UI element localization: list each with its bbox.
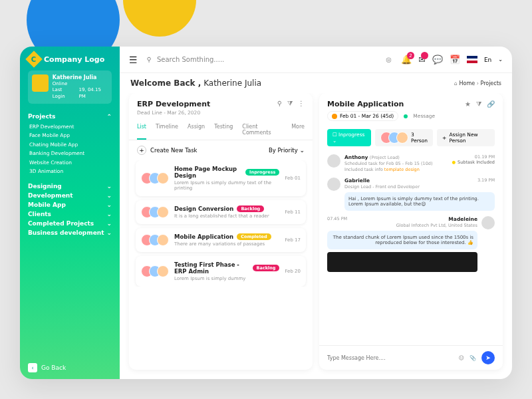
topbar: ☰ ⚲ Search Somthing..... ◎ 🔔2 ✉ 💬 📅 En ⌄ — [120, 47, 512, 73]
sort-select[interactable]: By Priority ⌄ — [269, 147, 305, 154]
send-button[interactable]: ➤ — [481, 351, 495, 364]
tab-more[interactable]: More — [291, 120, 305, 140]
message-bubble: The standard chunk of Lorem Ipsum used s… — [327, 231, 477, 249]
erp-panel: ERP Development Dead Line - Mar 26, 2020… — [129, 93, 313, 370]
tab-client comments[interactable]: Client Comments — [242, 120, 282, 140]
chevron-down-icon: ⌄ — [106, 229, 112, 236]
chevron-down-icon: ⌄ — [106, 211, 112, 217]
last-login-time: 19, 04.15 PM — [79, 87, 108, 99]
notification-icon[interactable]: 🔔2 — [401, 55, 412, 65]
tab-testing[interactable]: Testing — [214, 120, 233, 140]
main: ☰ ⚲ Search Somthing..... ◎ 🔔2 ✉ 💬 📅 En ⌄… — [120, 47, 512, 379]
task-card[interactable]: Design Conversion Backlog It is a long e… — [136, 200, 306, 224]
header: Welcome Back , Katherine Julia ⌂ Home › … — [120, 73, 512, 93]
task-card[interactable]: Home Page Mockup Design Inprogress Lorem… — [136, 160, 306, 196]
calendar-icon[interactable]: 📅 — [450, 55, 460, 65]
tab-timeline[interactable]: Timeline — [156, 120, 178, 140]
status-pill: Backlog — [237, 205, 264, 212]
avatar — [327, 178, 340, 191]
attach-icon[interactable]: 📎 — [469, 355, 476, 361]
star-icon[interactable]: ★ — [465, 100, 471, 108]
search-icon: ⚲ — [147, 56, 152, 63]
nav-projects-label: Projects — [28, 113, 55, 120]
search-bar[interactable]: ⚲ Search Somthing..... ◎ — [147, 56, 392, 63]
task-date: Feb 17 — [285, 237, 301, 243]
tab-list[interactable]: List — [137, 120, 146, 140]
task-date: Feb 20 — [285, 269, 301, 274]
chevron-down-icon: ⌄ — [299, 147, 305, 154]
sidebar-item[interactable]: Banking Development — [29, 149, 112, 158]
flag-icon[interactable] — [467, 56, 477, 63]
nav-section[interactable]: Mobile App⌄ — [28, 201, 112, 208]
plus-icon: + — [137, 146, 146, 155]
nav-section[interactable]: Clients⌄ — [28, 211, 112, 217]
nav-projects[interactable]: Projects ⌃ — [28, 113, 112, 120]
create-task-button[interactable]: + Create New Task — [137, 146, 198, 155]
go-back-label: Go Back — [41, 364, 66, 371]
task-card[interactable]: Testing First Phase - ERP Admin Backlog … — [136, 256, 306, 287]
assign-person-button[interactable]: + Assign New Person — [437, 129, 495, 146]
mail-icon[interactable]: ✉ — [418, 55, 426, 65]
message-attachment[interactable] — [327, 252, 477, 272]
chevron-down-icon[interactable]: ⌄ — [498, 57, 503, 63]
search-icon[interactable]: ⚲ — [277, 100, 282, 108]
nav-project-items: ERP DevelopmentFace Mobile AppChating Mo… — [29, 122, 112, 176]
chat-message: Madeleine Global Infotech Pvt Ltd, Unite… — [327, 216, 495, 272]
sidebar: C Company Logo Katherine Julia Online La… — [20, 47, 120, 379]
nav-section[interactable]: Development⌄ — [28, 192, 112, 199]
chat-message: Anthony (Project Lead) Scheduled task fo… — [327, 154, 495, 172]
chevron-down-icon: ⌄ — [106, 201, 112, 208]
message-label: Message — [413, 113, 435, 119]
breadcrumb[interactable]: ⌂ Home › Projects — [454, 80, 501, 86]
emoji-icon[interactable]: ☺ — [459, 355, 464, 361]
message-input[interactable] — [327, 355, 454, 361]
status-select[interactable]: ☐ Inprogress ⌄ — [327, 129, 371, 146]
go-back-button[interactable]: ‹ Go Back — [28, 363, 112, 372]
chevron-down-icon: ⌄ — [106, 192, 112, 199]
status-pill: Backlog — [253, 265, 280, 271]
more-icon[interactable]: ⋮ — [298, 100, 305, 108]
task-list: Home Page Mockup Design Inprogress Lorem… — [129, 160, 313, 287]
target-icon[interactable]: ◎ — [386, 56, 392, 63]
last-login-label: Last Login — [53, 87, 75, 99]
chevron-up-icon: ⌃ — [106, 113, 112, 120]
link-icon[interactable]: 🔗 — [487, 100, 495, 108]
sidebar-item[interactable]: Chating Mobile App — [29, 140, 112, 150]
person-count[interactable]: 3 Person — [375, 129, 433, 146]
filter-icon[interactable]: ⧩ — [287, 100, 293, 108]
nav-section[interactable]: Completed Projects⌄ — [28, 220, 112, 227]
sidebar-item[interactable]: ERP Development — [29, 122, 112, 132]
lang-select[interactable]: En — [484, 57, 491, 63]
nav-section[interactable]: Designing⌄ — [28, 183, 112, 190]
logo-icon: C — [25, 51, 42, 67]
erp-title: ERP Development — [137, 100, 210, 108]
erp-deadline: Dead Line - Mar 26, 2020 — [137, 110, 210, 116]
avatar — [327, 154, 340, 168]
chevron-down-icon: ⌄ — [106, 183, 112, 190]
message-bubble: Hai , Lorem Ipsum is simply dummy text o… — [344, 192, 495, 211]
search-placeholder: Search Somthing..... — [157, 56, 224, 63]
sidebar-item[interactable]: 3D Animation — [29, 167, 112, 176]
sidebar-item[interactable]: Website Creation — [29, 158, 112, 168]
chevron-down-icon: ⌄ — [106, 220, 112, 227]
date-range[interactable]: Feb 01 - Mar 26 (45d) — [327, 111, 398, 121]
task-card[interactable]: Mobile Application Completed There are m… — [136, 228, 306, 252]
logo[interactable]: C Company Logo — [28, 53, 112, 65]
tab-assign[interactable]: Assign — [188, 120, 205, 140]
filter-icon[interactable]: ⧩ — [476, 100, 481, 108]
logo-text: Company Logo — [44, 55, 104, 64]
chat-area: Anthony (Project Lead) Scheduled task fo… — [319, 150, 503, 345]
status-dot — [404, 114, 408, 118]
menu-icon[interactable]: ☰ — [129, 55, 138, 65]
mobile-panel: Mobile Application ★ ⧩ 🔗 Feb 01 - Mar 26… — [319, 93, 503, 370]
bg-circle-yellow — [123, 0, 196, 37]
nav-section[interactable]: Business development⌄ — [28, 229, 112, 236]
status-pill: Completed — [237, 233, 271, 240]
mobile-title: Mobile Application — [327, 100, 404, 108]
notif-badge: 2 — [407, 52, 414, 59]
chat-icon[interactable]: 💬 — [432, 55, 443, 65]
profile-card[interactable]: Katherine Julia Online Last Login 19, 04… — [28, 70, 112, 104]
sidebar-item[interactable]: Face Mobile App — [29, 131, 112, 140]
app-window: C Company Logo Katherine Julia Online La… — [20, 47, 512, 379]
chat-message: Gabrielle Design Lead - Front end Develo… — [327, 178, 495, 211]
